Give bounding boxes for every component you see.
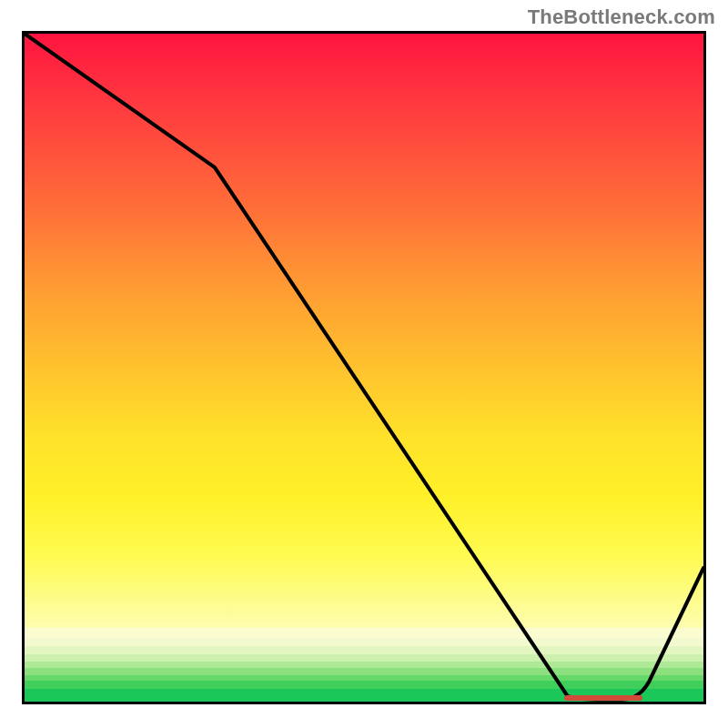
optimal-range-marker <box>564 695 642 701</box>
bottleneck-curve <box>25 34 703 702</box>
plot-area <box>22 31 706 704</box>
watermark-text: TheBottleneck.com <box>528 5 715 29</box>
chart-frame: TheBottleneck.com <box>0 0 728 728</box>
